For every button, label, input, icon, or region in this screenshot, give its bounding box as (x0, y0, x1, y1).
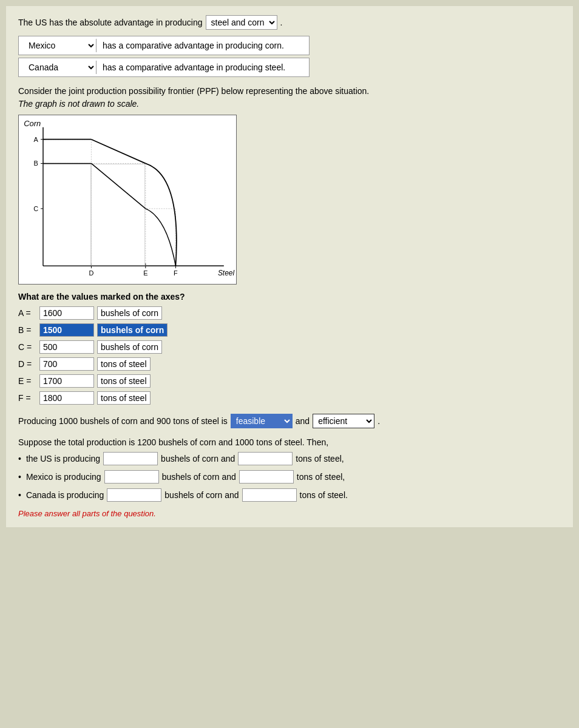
value-row-4: E =tons of steel (18, 374, 561, 388)
suppose-row-0: •the US is producingbushels of corn andt… (18, 452, 561, 465)
suppose-prefix-2: Canada is producing (26, 490, 104, 500)
svg-text:B: B (33, 160, 38, 167)
value-label-2: C = (18, 342, 36, 352)
svg-text:A: A (33, 136, 38, 143)
country2-row: Canada Mexico The US has a comparative a… (18, 58, 310, 77)
intro-prefix: The US has the absolute advantage in pro… (18, 18, 203, 27)
main-container: The US has the absolute advantage in pro… (6, 6, 573, 527)
bullet-2: • (18, 490, 21, 500)
feasible-prefix: Producing 1000 bushels of corn and 900 t… (18, 416, 228, 426)
suppose-input2-1[interactable] (239, 470, 294, 484)
svg-text:D: D (89, 269, 93, 277)
efficient-dropdown[interactable]: efficient not efficient (313, 414, 374, 428)
suppose-container: •the US is producingbushels of corn andt… (18, 452, 561, 502)
country1-label: has a comparative advantage in producing… (96, 41, 284, 50)
suppose-row-2: •Canada is producingbushels of corn andt… (18, 488, 561, 502)
suppose-middle-2: bushels of corn and (164, 490, 239, 500)
feasible-dropdown[interactable]: feasible not feasible (231, 414, 293, 428)
svg-text:C: C (33, 205, 38, 212)
svg-text:Corn: Corn (24, 119, 41, 128)
feasible-section: Producing 1000 bushels of corn and 900 t… (18, 414, 561, 428)
feasible-conjunction: and (296, 416, 310, 426)
suppose-prefix-1: Mexico is producing (26, 472, 101, 482)
unit-label-5: tons of steel (97, 391, 151, 405)
value-label-5: F = (18, 393, 36, 403)
value-input-1[interactable] (39, 323, 94, 337)
svg-text:E: E (143, 269, 147, 277)
value-label-3: D = (18, 359, 36, 369)
intro-dot: . (280, 18, 283, 27)
suppose-suffix-2: tons of steel. (300, 490, 348, 500)
unit-label-1: bushels of corn (97, 323, 168, 337)
suppose-input1-1[interactable] (104, 470, 159, 484)
unit-label-2: bushels of corn (97, 340, 162, 354)
value-input-2[interactable] (39, 340, 94, 354)
intro-line: The US has the absolute advantage in pro… (18, 15, 561, 30)
suppose-input1-0[interactable] (103, 452, 158, 465)
suppose-section: Suppose the total production is 1200 bus… (18, 437, 561, 502)
svg-rect-23 (44, 164, 90, 265)
unit-label-4: tons of steel (97, 374, 151, 388)
value-label-0: A = (18, 308, 36, 318)
svg-text:Steel: Steel (218, 269, 234, 277)
suppose-prefix-0: the US is producing (26, 454, 100, 463)
value-input-4[interactable] (39, 374, 94, 388)
country1-select[interactable]: Mexico Canada The US (24, 39, 96, 52)
value-input-5[interactable] (39, 391, 94, 405)
suppose-input2-0[interactable] (238, 452, 293, 465)
bullet-0: • (18, 454, 21, 463)
suppose-title: Suppose the total production is 1200 bus… (18, 437, 561, 447)
suppose-middle-0: bushels of corn and (161, 454, 235, 463)
feasible-end-dot: . (378, 416, 380, 426)
suppose-suffix-1: tons of steel, (297, 472, 345, 482)
ppf-graph: Corn A B C D E F S (18, 115, 237, 285)
value-label-1: B = (18, 325, 36, 335)
value-row-1: B =bushels of corn (18, 323, 561, 337)
section-text: Consider the joint production possibilit… (18, 86, 561, 96)
svg-rect-24 (91, 164, 144, 265)
svg-text:F: F (174, 269, 178, 277)
suppose-input1-2[interactable] (107, 488, 161, 502)
value-row-5: F =tons of steel (18, 391, 561, 405)
values-section: What are the values marked on the axes? … (18, 292, 561, 405)
value-input-3[interactable] (39, 357, 94, 371)
italic-text: The graph is not drawn to scale. (18, 99, 561, 109)
values-question: What are the values marked on the axes? (18, 292, 561, 302)
suppose-middle-1: bushels of corn and (162, 472, 236, 482)
value-input-0[interactable] (39, 306, 94, 320)
country1-row: Mexico Canada The US has a comparative a… (18, 36, 310, 55)
bullet-1: • (18, 472, 21, 482)
unit-label-0: bushels of corn (97, 306, 162, 320)
warning-text: Please answer all parts of the question. (18, 509, 561, 518)
value-row-2: C =bushels of corn (18, 340, 561, 354)
country2-select[interactable]: Canada Mexico The US (24, 61, 96, 74)
graph-svg: Corn A B C D E F S (19, 115, 236, 284)
absolute-advantage-dropdown[interactable]: steel and corn steel corn neither (206, 15, 277, 30)
value-row-0: A =bushels of corn (18, 306, 561, 320)
suppose-suffix-0: tons of steel, (296, 454, 344, 463)
country2-label: has a comparative advantage in producing… (96, 62, 285, 72)
value-row-3: D =tons of steel (18, 357, 561, 371)
values-container: A =bushels of cornB =bushels of cornC =b… (18, 306, 561, 405)
value-label-4: E = (18, 376, 36, 386)
suppose-row-1: •Mexico is producingbushels of corn andt… (18, 470, 561, 484)
unit-label-3: tons of steel (97, 357, 151, 371)
suppose-input2-2[interactable] (242, 488, 297, 502)
